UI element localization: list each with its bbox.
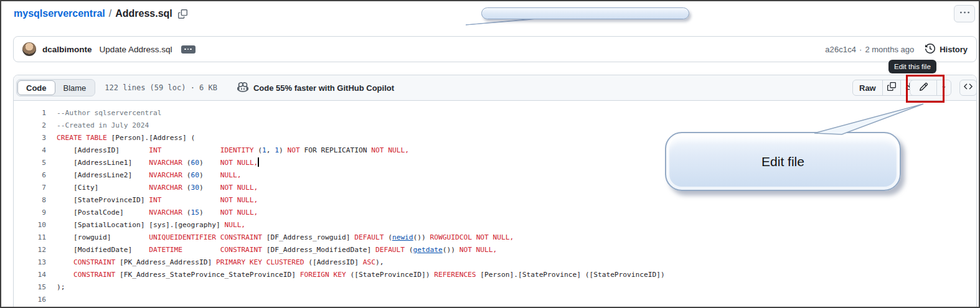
commit-meta-separator: · xyxy=(856,45,865,54)
copy-path-icon[interactable] xyxy=(178,9,187,19)
avatar[interactable] xyxy=(22,42,36,56)
line-number[interactable]: 3 xyxy=(14,132,46,144)
line-number[interactable]: 5 xyxy=(14,157,46,169)
history-button[interactable]: History xyxy=(925,44,968,55)
line-number[interactable]: 13 xyxy=(14,256,46,269)
line-number[interactable]: 9 xyxy=(14,207,46,219)
line-number[interactable]: 12 xyxy=(14,244,46,256)
commit-expander-button[interactable] xyxy=(181,45,196,54)
code-line-text: CONSTRAINT [PK_Address_AddressID] PRIMAR… xyxy=(57,256,384,269)
tab-code[interactable]: Code xyxy=(17,80,55,95)
line-number[interactable]: 16 xyxy=(14,294,46,306)
file-meta-text: 122 lines (59 loc) · 6 KB xyxy=(105,83,217,92)
copilot-banner: Code 55% faster with GitHub Copilot xyxy=(237,82,394,95)
edit-file-callout-label: Edit file xyxy=(761,154,804,169)
code-line: 16 xyxy=(14,294,976,306)
edit-this-file-tooltip: Edit this file xyxy=(888,60,936,73)
code-line-text: ); xyxy=(57,281,65,294)
code-line-text: [SpatialLocation] [sys].[geography] NULL… xyxy=(57,219,245,231)
line-number[interactable]: 11 xyxy=(14,231,46,244)
commit-meta: a26c1c4 · 2 months ago History xyxy=(825,44,968,55)
copy-file-button[interactable] xyxy=(882,80,900,95)
code-line-text: [ModifiedDate] DATETIME CONSTRAINT [DF_A… xyxy=(57,244,497,256)
code-line: 1--Author sqlservercentral xyxy=(14,107,976,119)
code-line-text: --Created in July 2024 xyxy=(57,119,149,132)
code-line: 13 CONSTRAINT [PK_Address_AddressID] PRI… xyxy=(14,256,976,269)
code-line: 14 CONSTRAINT [FK_Address_StateProvince_… xyxy=(14,269,976,281)
symbols-pane-button[interactable] xyxy=(959,80,977,96)
code-line: 15); xyxy=(14,281,976,294)
code-line-text: [StateProvinceID] INT NOT NULL, xyxy=(57,194,258,207)
code-line-text: CONSTRAINT [FK_Address_StateProvince_Sta… xyxy=(57,269,665,281)
file-view-panel: Code Blame 122 lines (59 loc) · 6 KB Cod… xyxy=(13,75,977,307)
code-line: 9 [PostalCode] NVARCHAR (15) NOT NULL, xyxy=(14,207,976,219)
code-line: 11 [rowguid] UNIQUEIDENTIFIER CONSTRAINT… xyxy=(14,231,976,244)
commit-time: 2 months ago xyxy=(865,45,914,54)
commit-message-link[interactable]: Update Address.sql xyxy=(100,45,172,54)
triangle-down-icon xyxy=(940,82,948,93)
commit-sha[interactable]: a26c1c4 xyxy=(825,45,856,54)
line-number[interactable]: 15 xyxy=(14,281,46,294)
line-number[interactable]: 7 xyxy=(14,182,46,194)
raw-button[interactable]: Raw xyxy=(853,80,882,95)
file-toolbar: Code Blame 122 lines (59 loc) · 6 KB Cod… xyxy=(14,75,976,101)
tab-blame[interactable]: Blame xyxy=(55,80,95,95)
empty-callout-balloon xyxy=(481,7,689,19)
raw-button-group: Raw xyxy=(852,80,919,96)
edit-file-button[interactable] xyxy=(910,80,936,95)
code-line: 10 [SpatialLocation] [sys].[geography] N… xyxy=(14,219,976,231)
history-clock-icon xyxy=(925,44,940,55)
more-options-button[interactable] xyxy=(954,5,975,22)
code-line-text: [AddressLine1] NVARCHAR (60) NOT NULL, xyxy=(57,157,259,169)
breadcrumb-repo-link[interactable]: mysqlservercentral xyxy=(14,8,105,19)
edit-file-callout: Edit file xyxy=(665,132,901,191)
line-number[interactable]: 14 xyxy=(14,269,46,281)
code-line-text: [AddressLine2] NVARCHAR (60) NULL, xyxy=(57,169,241,182)
code-line-text: --Author sqlservercentral xyxy=(57,107,161,119)
kebab-horizontal-icon xyxy=(960,8,969,20)
edit-dropdown-button[interactable] xyxy=(936,80,951,95)
code-icon xyxy=(964,82,973,93)
code-line-text: [AddressID] INT IDENTITY (1, 1) NOT FOR … xyxy=(57,144,409,157)
breadcrumb-filename: Address.sql xyxy=(115,8,172,19)
edit-button-group xyxy=(910,80,951,96)
commit-author-link[interactable]: dcalbimonte xyxy=(42,45,92,54)
pencil-icon xyxy=(919,82,928,94)
line-number[interactable]: 2 xyxy=(14,119,46,132)
breadcrumb: mysqlservercentral / Address.sql xyxy=(14,8,187,19)
line-number[interactable]: 1 xyxy=(14,107,46,119)
code-line: 2--Created in July 2024 xyxy=(14,119,976,132)
text-cursor xyxy=(258,157,259,167)
line-number[interactable]: 6 xyxy=(14,169,46,182)
copy-icon xyxy=(887,82,896,93)
line-number[interactable]: 10 xyxy=(14,219,46,231)
copilot-icon xyxy=(237,82,248,95)
code-line-text: [PostalCode] NVARCHAR (15) NOT NULL, xyxy=(57,207,258,219)
code-line-text: [City] NVARCHAR (30) NOT NULL, xyxy=(57,182,258,194)
code-line: 12 [ModifiedDate] DATETIME CONSTRAINT [D… xyxy=(14,244,976,256)
code-line: 8 [StateProvinceID] INT NOT NULL, xyxy=(14,194,976,207)
history-label: History xyxy=(940,45,968,54)
line-number[interactable]: 8 xyxy=(14,194,46,207)
copilot-banner-text[interactable]: Code 55% faster with GitHub Copilot xyxy=(253,83,394,93)
line-number[interactable]: 4 xyxy=(14,144,46,157)
latest-commit-bar: dcalbimonte Update Address.sql a26c1c4 ·… xyxy=(13,36,977,62)
code-line-text: CREATE TABLE [Person].[Address] ( xyxy=(57,132,195,144)
code-blame-switch: Code Blame xyxy=(16,79,95,96)
breadcrumb-separator: / xyxy=(105,8,115,19)
code-line-text: [rowguid] UNIQUEIDENTIFIER CONSTRAINT [D… xyxy=(57,231,514,244)
